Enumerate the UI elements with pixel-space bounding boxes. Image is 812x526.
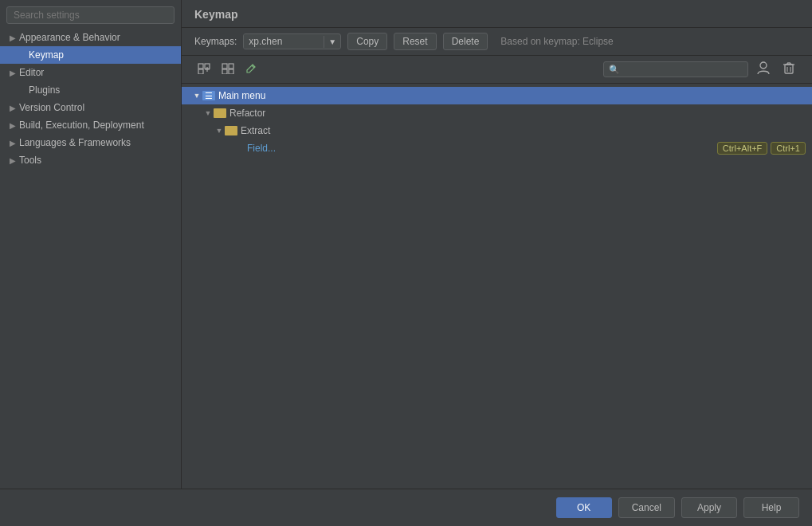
tree-item-label: Extract [241,125,806,136]
arrow-icon: ▶ [10,121,19,130]
delete-button[interactable]: Delete [443,33,488,50]
tree-item-label: Main menu [218,90,806,101]
tree-row[interactable]: Field... Ctrl+Alt+F Ctrl+1 [182,139,812,157]
search-icon: 🔍 [609,65,620,75]
arrow-icon: ▶ [10,104,19,112]
shortcut-badge-1: Ctrl+Alt+F [717,142,768,155]
sidebar-item-appearance-behavior[interactable]: ▶ Appearance & Behavior [0,29,181,46]
apply-button[interactable]: Apply [681,497,737,518]
shortcut-badge-2: Ctrl+1 [771,142,806,155]
keymap-dropdown-button[interactable]: ▼ [324,36,340,48]
keymaps-label: Keymaps: [194,36,237,47]
sidebar-search-input[interactable] [6,6,175,24]
sidebar-item-label: Appearance & Behavior [19,32,120,43]
arrow-icon: ▶ [10,69,19,77]
tree-item-label: Refactor [229,108,806,119]
edit-button[interactable] [242,61,260,78]
svg-rect-8 [229,69,233,74]
folder-icon [225,126,237,135]
svg-rect-5 [222,64,227,69]
based-on-label: Based on keymap: Eclipse [500,36,613,47]
sidebar-item-label: Build, Execution, Deployment [19,120,144,131]
sidebar-item-languages-frameworks[interactable]: ▶ Languages & Frameworks [0,134,181,151]
tree-search-input[interactable] [623,64,743,75]
sidebar-item-label: Editor [19,67,44,78]
sidebar-item-label: Plugins [29,84,60,96]
reset-button[interactable]: Reset [394,33,436,50]
delete-shortcut-button[interactable] [779,59,799,80]
tree-item-label: Field... [247,143,714,154]
svg-rect-0 [198,64,203,69]
svg-rect-6 [229,64,233,69]
tree-toggle: ▼ [191,92,202,100]
tree-toolbar: 🔍 [182,56,812,84]
tree-row[interactable]: ▼ Refactor [182,104,812,122]
arrow-icon: ▶ [10,139,19,147]
main-header: Keymap [182,0,812,28]
ok-button[interactable]: OK [556,497,612,518]
user-icon [756,61,771,75]
keymap-select[interactable]: xp.chen [244,34,324,49]
keymap-toolbar: Keymaps: xp.chen ▼ Copy Reset Delete Bas… [182,28,812,56]
sidebar-item-label: Languages & Frameworks [19,137,131,148]
menu-icon: ☰ [202,91,215,100]
cancel-button[interactable]: Cancel [618,497,675,518]
tree-row[interactable]: ▼ Extract [182,122,812,139]
sidebar: ▶ Appearance & Behavior Keymap ▶ Editor … [0,0,182,489]
expand-all-button[interactable] [194,61,214,78]
collapse-all-icon [222,63,234,74]
help-button[interactable]: Help [743,497,799,518]
tree-search-wrapper: 🔍 [603,61,748,77]
trash-icon [782,61,796,75]
main-content: Keymap Keymaps: xp.chen ▼ Copy Reset Del… [182,0,812,489]
arrow-icon: ▶ [10,156,19,165]
sidebar-item-editor[interactable]: ▶ Editor [0,64,181,81]
collapse-all-button[interactable] [218,61,237,78]
copy-button[interactable]: Copy [347,33,387,50]
expand-all-icon [198,63,210,74]
svg-point-10 [760,62,767,69]
folder-icon [214,108,226,118]
edit-icon [245,63,257,74]
tree-toggle: ▼ [202,109,214,117]
keymap-select-wrapper: xp.chen ▼ [243,33,341,49]
page-title: Keymap [194,8,237,21]
sidebar-item-keymap[interactable]: Keymap [0,46,181,64]
sidebar-item-label: Version Control [19,102,84,113]
svg-rect-11 [785,65,793,73]
settings-dialog: ▶ Appearance & Behavior Keymap ▶ Editor … [0,0,812,526]
tree-row[interactable]: ▼ ☰ Main menu [182,87,812,104]
svg-rect-2 [198,69,203,74]
tree-view: ▼ ☰ Main menu ▼ Refactor ▼ Extract [182,84,812,489]
sidebar-item-version-control[interactable]: ▶ Version Control [0,99,181,116]
dialog-content: ▶ Appearance & Behavior Keymap ▶ Editor … [0,0,812,489]
arrow-icon: ▶ [10,33,19,42]
svg-rect-7 [222,69,227,74]
sidebar-item-build-execution[interactable]: ▶ Build, Execution, Deployment [0,116,181,134]
sidebar-item-plugins[interactable]: Plugins [0,81,181,99]
sidebar-item-label: Tools [19,155,41,166]
tree-toggle: ▼ [214,127,225,135]
user-icon-button[interactable] [753,59,774,80]
sidebar-item-label: Keymap [29,49,64,61]
dialog-footer: OK Cancel Apply Help [0,489,812,526]
sidebar-item-tools[interactable]: ▶ Tools [0,151,181,169]
